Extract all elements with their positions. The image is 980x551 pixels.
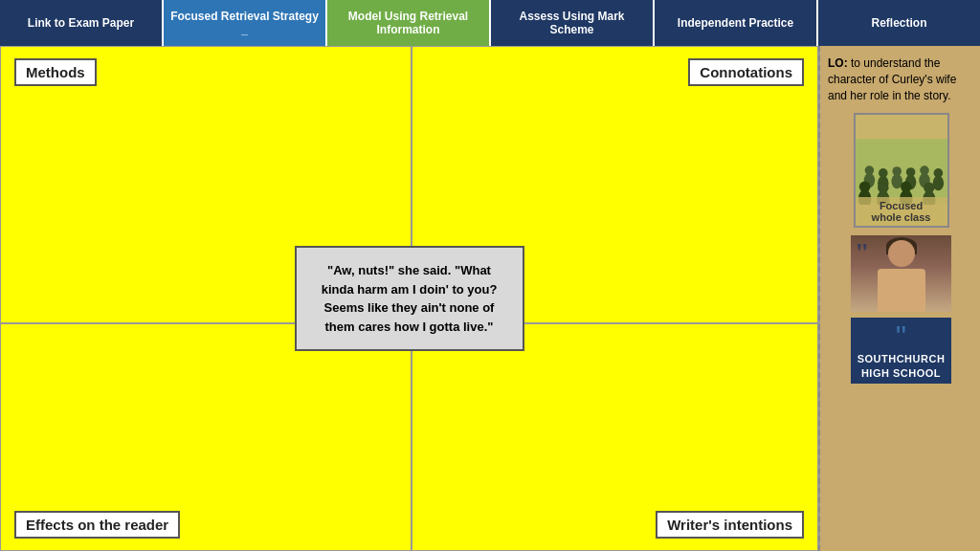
quote-decoration-icon: " [896, 321, 906, 352]
methods-label: Methods [14, 58, 97, 86]
focused-label: Focusedwhole class [856, 197, 947, 226]
nav-reflection[interactable]: Reflection [818, 0, 980, 46]
school-logo: " SOUTHCHURCH HIGH SCHOOL [851, 318, 951, 384]
nav-link-exam[interactable]: Link to Exam Paper [0, 0, 164, 46]
connotations-label: Connotations [688, 58, 804, 86]
nav-independent[interactable]: Independent Practice [655, 0, 818, 46]
learning-objective: LO: to understand the character of Curle… [828, 55, 974, 103]
video-person: " [851, 235, 951, 312]
lo-text-content: to understand the character of Curley's … [828, 56, 956, 102]
nav-focused-retrieval[interactable]: Focused Retrieval Strategy _ [164, 0, 327, 46]
svg-point-10 [920, 166, 929, 176]
lo-bold: LO: [828, 56, 848, 70]
nav-model-retrieval[interactable]: Model Using Retrieval Information [327, 0, 491, 46]
svg-point-14 [858, 182, 870, 193]
school-name: SOUTHCHURCH HIGH SCHOOL [858, 352, 946, 380]
svg-point-12 [933, 169, 943, 179]
nav-assess-mark[interactable]: Assess Using Mark Scheme [491, 0, 655, 46]
svg-point-16 [878, 183, 889, 194]
effects-cell: Effects on the reader [0, 323, 412, 551]
quote-box: "Aw, nuts!" she said. "What kinda harm a… [295, 246, 524, 351]
svg-point-4 [879, 169, 888, 179]
audience-silhouette [856, 138, 947, 205]
effects-label: Effects on the reader [14, 511, 180, 539]
top-navigation: Link to Exam Paper Focused Retrieval Str… [0, 0, 980, 46]
sidebar-divider [818, 46, 820, 551]
video-thumbnail[interactable]: " [851, 235, 951, 312]
focused-whole-class-box: Focusedwhole class [854, 113, 949, 228]
svg-point-6 [892, 167, 902, 177]
left-content: Methods Connotations Effects on the read… [0, 46, 820, 551]
intentions-cell: Writer's intentions [412, 323, 818, 551]
right-sidebar: LO: to understand the character of Curle… [820, 46, 980, 551]
body [878, 269, 925, 312]
face [888, 240, 915, 267]
main-area: Methods Connotations Effects on the read… [0, 46, 980, 551]
svg-point-2 [864, 166, 874, 176]
svg-point-8 [905, 168, 915, 178]
intentions-label: Writer's intentions [656, 511, 804, 539]
svg-point-18 [901, 182, 912, 193]
svg-point-20 [924, 183, 935, 194]
